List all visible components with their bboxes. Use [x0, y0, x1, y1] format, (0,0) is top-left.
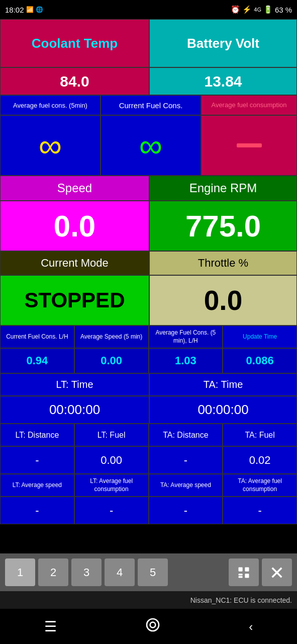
- battery-volt-label: Battery Volt: [149, 19, 297, 67]
- status-bar: 18:02 📶 🌐 ⏰ ⚡ 4G 🔋 63 %: [0, 0, 297, 19]
- current-fuel-value: ∞: [101, 115, 201, 176]
- lt-fuel-value: 0.00: [74, 446, 149, 474]
- ta-distance-label: TA: Distance: [149, 424, 223, 446]
- lt-avg-speed-label: LT: Average speed: [0, 474, 74, 497]
- avg-speed-5min-value: 0.00: [74, 348, 149, 373]
- speed-value: 0.0: [0, 201, 149, 251]
- current-fuel-cons-lh-value: 0.94: [0, 348, 74, 373]
- lt-avg-fuel-value: -: [74, 497, 149, 524]
- ta-fuel-value: 0.02: [223, 446, 297, 474]
- nav-home-button[interactable]: [145, 617, 161, 636]
- avg-fuel-cons-5min-label: Average Fuel Cons. (5 min), L/H: [149, 326, 223, 348]
- bluetooth-icon: ⚡: [242, 5, 252, 14]
- lt-time-label: LT: Time: [0, 373, 149, 396]
- update-time-value: 0.086: [223, 348, 297, 373]
- back-icon: ‹: [249, 620, 253, 633]
- svg-rect-3: [239, 576, 243, 578]
- dist-fuel-values: - 0.00 - 0.02: [0, 446, 297, 474]
- current-fuel-label: Current Fuel Cons.: [101, 95, 201, 115]
- ta-fuel-label: TA: Fuel: [223, 424, 297, 446]
- bottom-tabs: 1 2 3 4 5: [0, 553, 297, 591]
- nav-back-button[interactable]: ‹: [249, 618, 253, 634]
- avg-values: - - - -: [0, 497, 297, 524]
- lt-distance-label: LT: Distance: [0, 424, 74, 446]
- coolant-temp-value: 84.0: [0, 67, 149, 95]
- settings-icon-button[interactable]: [229, 558, 259, 586]
- ta-time-value: 00:00:00: [149, 396, 297, 424]
- ta-distance-value: -: [149, 446, 223, 474]
- svg-rect-4: [245, 574, 249, 578]
- avg-fuel-value2: [201, 115, 297, 176]
- avg-fuel-label2: Average fuel consumption: [201, 95, 297, 115]
- lt-avg-fuel-label: LT: Average fuel consumption: [74, 474, 149, 497]
- lt-distance-value: -: [0, 446, 74, 474]
- lt-fuel-label: LT: Fuel: [74, 424, 149, 446]
- close-button[interactable]: [262, 558, 292, 586]
- network-4g-icon: 4G: [254, 7, 261, 13]
- ta-avg-speed-value: -: [149, 497, 223, 524]
- alarm-icon: ⏰: [231, 5, 240, 14]
- lt-time-value: 00:00:00: [0, 396, 149, 424]
- speed-rpm-labels: Speed Engine RPM: [0, 176, 297, 201]
- row-top-values: 84.0 13.84: [0, 67, 297, 95]
- tab-2-button[interactable]: 2: [38, 558, 68, 586]
- avg-fuel-value: ∞: [0, 115, 101, 176]
- fuel-cons-values: ∞ ∞: [0, 115, 297, 176]
- speed-rpm-values: 0.0 775.0: [0, 201, 297, 251]
- lt-ta-time-values: 00:00:00 00:00:00: [0, 396, 297, 424]
- update-time-label: Update Time: [223, 326, 297, 348]
- small-stats-values: 0.94 0.00 1.03 0.086: [0, 348, 297, 373]
- mode-throttle-values: STOPPED 0.0: [0, 275, 297, 326]
- svg-rect-2: [239, 574, 243, 576]
- main-content: Coolant Temp Battery Volt 84.0 13.84 Ave…: [0, 19, 297, 553]
- svg-point-7: [147, 619, 159, 631]
- throttle-label: Throttle %: [149, 251, 297, 275]
- rpm-label: Engine RPM: [149, 176, 297, 201]
- svg-rect-0: [239, 567, 243, 571]
- tab-4-button[interactable]: 4: [105, 558, 135, 586]
- small-stats-labels: Current Fuel Cons. L/H Average Speed (5 …: [0, 326, 297, 348]
- rpm-value: 775.0: [149, 201, 297, 251]
- tab-3-button[interactable]: 3: [71, 558, 102, 586]
- coolant-temp-label: Coolant Temp: [0, 19, 149, 67]
- avg-labels: LT: Average speed LT: Average fuel consu…: [0, 474, 297, 497]
- signal-icon: 📶: [26, 6, 34, 13]
- current-mode-label: Current Mode: [0, 251, 149, 275]
- ta-avg-fuel-label: TA: Average fuel consumption: [223, 474, 297, 497]
- lt-ta-time-labels: LT: Time TA: Time: [0, 373, 297, 396]
- mode-throttle-labels: Current Mode Throttle %: [0, 251, 297, 275]
- row-top-labels: Coolant Temp Battery Volt: [0, 19, 297, 67]
- svg-point-8: [150, 622, 156, 627]
- mode-value: STOPPED: [0, 275, 149, 326]
- tab-1-button[interactable]: 1: [5, 558, 35, 586]
- speed-label: Speed: [0, 176, 149, 201]
- ta-avg-fuel-value: -: [223, 497, 297, 524]
- avg-speed-5min-label: Average Speed (5 min): [74, 326, 149, 348]
- wifi-icon: 🌐: [36, 6, 43, 13]
- nav-bar: ☰ ‹: [0, 609, 297, 644]
- current-fuel-cons-lh-label: Current Fuel Cons. L/H: [0, 326, 74, 348]
- avg-fuel-label: Average fuel cons. (5min): [0, 95, 101, 115]
- tab-5-button[interactable]: 5: [138, 558, 168, 586]
- status-right: ⏰ ⚡ 4G 🔋 63 %: [231, 5, 292, 14]
- avg-fuel-cons-5min-value: 1.03: [149, 348, 223, 373]
- ta-avg-speed-label: TA: Average speed: [149, 474, 223, 497]
- throttle-value: 0.0: [149, 275, 297, 326]
- dist-fuel-labels: LT: Distance LT: Fuel TA: Distance TA: F…: [0, 424, 297, 446]
- ta-time-label: TA: Time: [149, 373, 297, 396]
- svg-rect-1: [245, 567, 249, 571]
- battery-icon: 🔋: [263, 5, 273, 14]
- hamburger-icon: ☰: [44, 619, 57, 634]
- status-time: 18:02 📶 🌐: [5, 6, 43, 14]
- status-message: Nissan_NC1: ECU is connected.: [0, 591, 297, 609]
- battery-volt-value: 13.84: [149, 67, 297, 95]
- fuel-cons-headers: Average fuel cons. (5min) Current Fuel C…: [0, 95, 297, 115]
- lt-avg-speed-value: -: [0, 497, 74, 524]
- nav-menu-button[interactable]: ☰: [44, 618, 57, 635]
